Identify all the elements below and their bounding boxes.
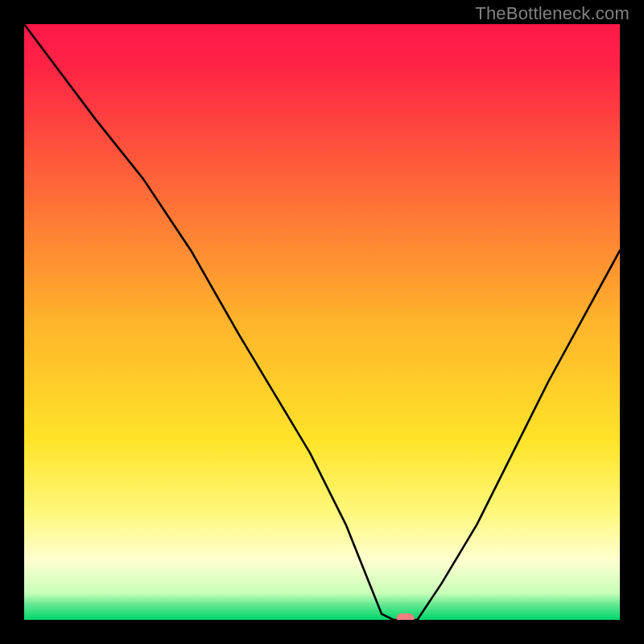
minimum-marker bbox=[397, 613, 415, 620]
watermark-text: TheBottleneck.com bbox=[475, 3, 630, 24]
chart-frame: TheBottleneck.com bbox=[0, 0, 644, 644]
gradient-background bbox=[24, 24, 620, 620]
chart-svg bbox=[24, 24, 620, 620]
plot-area bbox=[24, 24, 620, 620]
